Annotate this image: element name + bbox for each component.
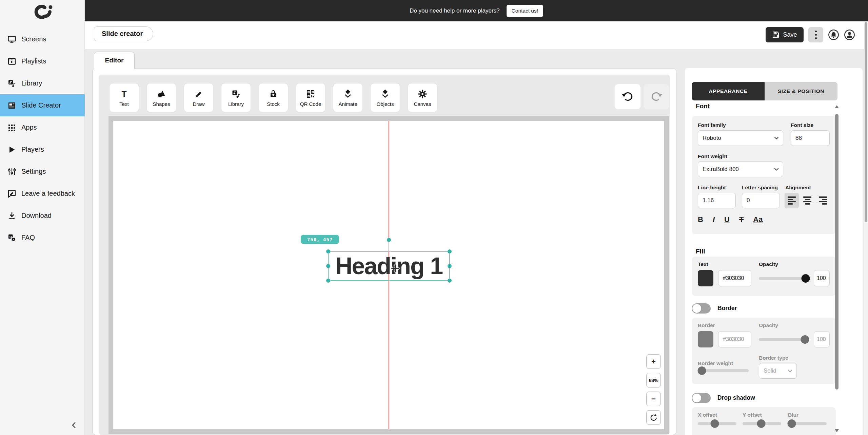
y-offset-slider[interactable]: [743, 422, 781, 425]
tab-editor[interactable]: Editor: [94, 52, 135, 69]
strikethrough-button[interactable]: T: [739, 215, 744, 224]
drop-shadow-card: X offset Y offset Blur: [692, 407, 836, 435]
tool-library-button[interactable]: Library: [221, 83, 251, 112]
x-offset-slider-thumb[interactable]: [711, 419, 719, 428]
sidebar-collapse-button[interactable]: [68, 419, 80, 431]
tab-size-position[interactable]: SIZE & POSITION: [765, 82, 837, 100]
sidebar-item-feedback[interactable]: Leave a feedback: [0, 183, 85, 205]
border-type-select[interactable]: Solid: [759, 363, 797, 379]
tool-label: Draw: [193, 101, 204, 107]
page-scrollbar[interactable]: [864, 21, 868, 435]
fill-color-input[interactable]: [718, 270, 751, 286]
heading-text[interactable]: Heading 1: [335, 252, 443, 280]
sidebar-item-slide-creator[interactable]: Slide Creator: [0, 94, 85, 116]
sidebar-item-apps[interactable]: Apps: [0, 116, 85, 138]
slide-canvas[interactable]: 750, 457 Heading 1 +: [113, 121, 664, 429]
fill-opacity-slider-thumb[interactable]: [801, 274, 810, 283]
align-left-button[interactable]: [785, 193, 799, 208]
sidebar: Screens Playlists Library Slide Creator …: [0, 0, 85, 435]
tool-animate-button[interactable]: Animate: [333, 83, 362, 112]
text-case-button[interactable]: Aa: [753, 215, 763, 224]
page-scrollbar-thumb[interactable]: [865, 22, 867, 222]
app-logo[interactable]: [0, 4, 85, 20]
sidebar-item-screens[interactable]: Screens: [0, 28, 85, 50]
y-offset-slider-thumb[interactable]: [757, 419, 765, 428]
tool-draw-button[interactable]: Draw: [184, 83, 213, 112]
panel-scrollbar-thumb[interactable]: [835, 114, 839, 390]
selection-handle-bottom-right[interactable]: [448, 279, 452, 283]
fill-section-heading: Fill: [696, 248, 705, 255]
save-floppy-icon: [772, 31, 780, 38]
apps-grid-icon: [7, 123, 16, 132]
account-button[interactable]: [844, 29, 855, 40]
more-options-button[interactable]: [808, 27, 823, 42]
font-family-select[interactable]: Roboto: [698, 130, 783, 146]
rotation-handle[interactable]: [387, 238, 391, 242]
selection-handle-top-left[interactable]: [326, 249, 330, 253]
letter-spacing-input[interactable]: [742, 193, 780, 208]
align-left-icon: [788, 196, 796, 204]
sidebar-item-download[interactable]: Download: [0, 205, 85, 227]
sidebar-item-faq[interactable]: QA FAQ: [0, 227, 85, 249]
border-color-input[interactable]: [718, 331, 751, 347]
fill-opacity-slider[interactable]: [759, 277, 809, 280]
sidebar-item-players[interactable]: Players: [0, 138, 85, 160]
zoom-in-button[interactable]: +: [646, 354, 661, 369]
border-opacity-slider-thumb[interactable]: [801, 335, 809, 344]
tool-label: Library: [228, 101, 244, 107]
fill-color-swatch[interactable]: [698, 270, 713, 286]
border-weight-slider[interactable]: [698, 369, 749, 372]
selected-text-element[interactable]: Heading 1: [328, 251, 450, 281]
tool-text-button[interactable]: T Text: [110, 83, 139, 112]
bold-button[interactable]: B: [698, 215, 703, 224]
bell-icon: [828, 29, 839, 40]
drop-shadow-toggle[interactable]: [692, 393, 711, 403]
tool-stock-button[interactable]: Stock: [259, 83, 288, 112]
align-center-button[interactable]: [800, 193, 814, 208]
border-opacity-input[interactable]: [814, 331, 830, 347]
selection-handle-top-right[interactable]: [448, 249, 452, 253]
zoom-level-button[interactable]: 68%: [646, 373, 661, 387]
border-opacity-slider[interactable]: [759, 338, 809, 341]
reset-view-button[interactable]: [646, 410, 661, 425]
tool-shapes-button[interactable]: Shapes: [147, 83, 176, 112]
blur-slider[interactable]: [788, 422, 827, 425]
border-toggle[interactable]: [692, 303, 711, 314]
border-color-swatch[interactable]: [698, 331, 713, 347]
font-card: Font family Roboto Font size Font weight…: [692, 116, 836, 234]
align-right-button[interactable]: [816, 193, 830, 208]
scroll-up-arrow[interactable]: [835, 105, 839, 108]
tool-objects-button[interactable]: Objects: [371, 83, 400, 112]
panel-scrollbar[interactable]: [834, 105, 840, 432]
font-weight-select[interactable]: ExtraBold 800: [698, 162, 783, 177]
fill-opacity-input[interactable]: [814, 270, 830, 286]
selection-handle-bottom-left[interactable]: [326, 279, 330, 283]
contact-us-button[interactable]: Contact us!: [507, 5, 543, 17]
font-family-value: Roboto: [703, 135, 721, 141]
zoom-out-button[interactable]: −: [646, 392, 661, 406]
drop-shadow-toggle-label: Drop shadow: [717, 394, 755, 401]
help-text: Do you need help or more players?: [410, 7, 500, 14]
sidebar-item-playlists[interactable]: Playlists: [0, 50, 85, 72]
redo-button[interactable]: [644, 84, 669, 109]
border-weight-slider-thumb[interactable]: [698, 366, 706, 375]
selection-handle-mid-right[interactable]: [448, 264, 452, 268]
x-offset-slider[interactable]: [698, 422, 736, 425]
font-size-input[interactable]: [791, 130, 830, 146]
sidebar-item-settings[interactable]: Settings: [0, 160, 85, 183]
tab-appearance[interactable]: APPEARANCE: [692, 82, 765, 100]
underline-button[interactable]: U: [724, 215, 730, 224]
save-button[interactable]: Save: [766, 27, 804, 42]
sidebar-item-label: FAQ: [21, 234, 35, 242]
notifications-button[interactable]: [828, 29, 839, 40]
pencil-icon: [194, 89, 203, 99]
scroll-down-arrow[interactable]: [835, 429, 839, 432]
undo-button[interactable]: [615, 84, 640, 109]
sidebar-item-library[interactable]: Library: [0, 72, 85, 94]
blur-slider-thumb[interactable]: [788, 419, 796, 428]
line-height-input[interactable]: [698, 193, 736, 208]
selection-handle-mid-left[interactable]: [326, 264, 330, 268]
tool-qr-code-button[interactable]: QR Code: [296, 83, 325, 112]
italic-button[interactable]: I: [713, 215, 715, 224]
tool-canvas-button[interactable]: Canvas: [408, 83, 437, 112]
